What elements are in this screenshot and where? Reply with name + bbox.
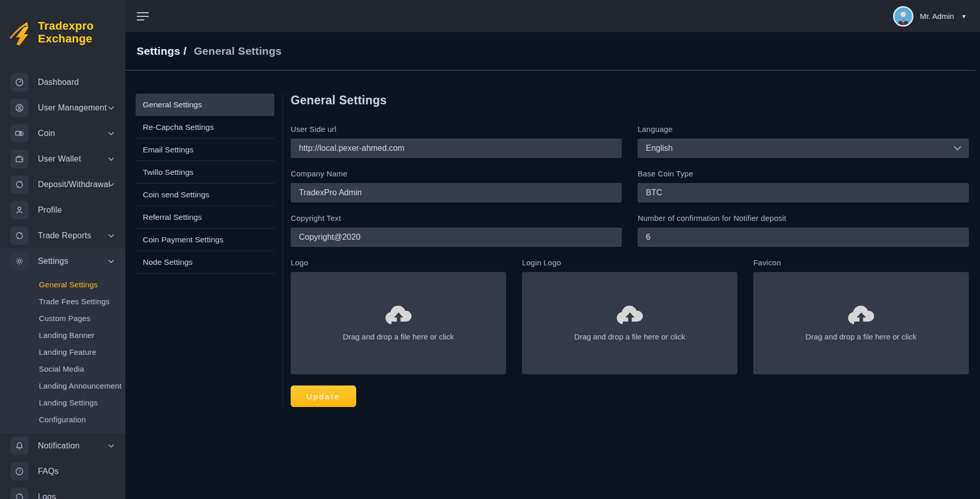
copyright-text-input[interactable] — [291, 228, 622, 247]
login-logo-upload-dropzone[interactable]: Drag and drop a file here or click — [522, 272, 737, 374]
sidebar-item-label: Deposit/Withdrawal — [38, 180, 110, 189]
upload-hint-text: Drag and drop a file here or click — [574, 332, 685, 341]
chevron-down-icon — [108, 183, 114, 187]
sidebar-item-label: Dashboard — [38, 78, 79, 87]
sidebar-item-profile[interactable]: Profile — [0, 197, 125, 223]
sidebar-item-label: Trade Reports — [38, 231, 91, 240]
sidebar-item-label: Logs — [38, 492, 56, 499]
sidebar-item-trade-reports[interactable]: Trade Reports — [0, 223, 125, 248]
brand-logo-icon — [7, 18, 35, 47]
submenu-item-social-media[interactable]: Social Media — [0, 360, 125, 377]
cloud-upload-icon — [384, 306, 413, 325]
submenu-item-landing-announcement[interactable]: Landing Announcement — [0, 377, 125, 394]
subnav-item-general-settings[interactable]: General Settings — [136, 94, 274, 116]
sidebar-item-label: Profile — [38, 206, 62, 215]
company-name-input[interactable] — [291, 183, 622, 202]
submenu-item-custom-pages[interactable]: Custom Pages — [0, 310, 125, 327]
sidebar-item-logs[interactable]: Logs — [0, 484, 125, 499]
breadcrumb-page: General Settings — [194, 45, 282, 57]
sidebar-item-coin[interactable]: Coin — [0, 121, 125, 146]
breadcrumb-section[interactable]: Settings / — [137, 45, 187, 57]
cloud-upload-icon — [847, 306, 876, 325]
dashboard-icon — [15, 78, 24, 87]
sidebar-item-notification[interactable]: Notification — [0, 433, 125, 459]
breadcrumb-bar: Settings / General Settings — [125, 32, 975, 71]
notifier-confirmations-input[interactable] — [638, 228, 969, 247]
main-content: Settings / General Settings General Sett… — [125, 32, 980, 499]
chevron-down-icon — [108, 444, 114, 448]
logo-upload-dropzone[interactable]: Drag and drop a file here or click — [291, 272, 506, 374]
person-icon — [15, 206, 24, 215]
vertical-divider — [282, 94, 283, 407]
general-settings-form: General Settings User Side url Language … — [291, 94, 969, 407]
submenu-item-landing-feature[interactable]: Landing Feature — [0, 344, 125, 360]
base-coin-type-label: Base Coin Type — [638, 169, 969, 178]
chevron-down-icon — [108, 234, 114, 238]
subnav-item-referral-settings[interactable]: Referral Settings — [136, 206, 274, 229]
company-name-label: Company Name — [291, 169, 622, 178]
svg-text:?: ? — [18, 469, 21, 474]
sidebar-item-label: FAQs — [38, 467, 59, 476]
language-selected-value: English — [646, 144, 672, 153]
notifier-confirmations-label: Number of confirmation for Notifier depo… — [638, 214, 969, 222]
subnav-item-email-settings[interactable]: Email Settings — [136, 139, 274, 161]
sidebar-item-user-wallet[interactable]: User Wallet — [0, 146, 125, 172]
subnav-item-twillo-settings[interactable]: Twillo Settings — [136, 161, 274, 184]
chevron-down-icon — [108, 157, 114, 161]
chevron-down-icon — [108, 106, 114, 110]
settings-submenu: General Settings Trade Fees Settings Cus… — [0, 274, 125, 428]
login-logo-upload-label: Login Logo — [522, 258, 737, 267]
sidebar-item-label: Coin — [38, 129, 55, 138]
sidebar-settings-group: Settings General Settings Trade Fees Set… — [0, 248, 125, 433]
user-side-url-input[interactable] — [291, 139, 622, 158]
update-button[interactable]: Update — [291, 385, 356, 407]
swap-arrows-icon — [15, 180, 24, 189]
sidebar-item-deposit-withdrawal[interactable]: Deposit/Withdrawal — [0, 172, 125, 197]
user-name: Mr. Admin — [920, 12, 954, 20]
subnav-item-recapcha-settings[interactable]: Re-Capcha Settings — [136, 116, 274, 139]
swap-arrows-icon — [15, 231, 24, 240]
cloud-upload-icon — [616, 306, 644, 325]
user-group-icon — [15, 103, 24, 112]
submenu-item-landing-settings[interactable]: Landing Settings — [0, 394, 125, 411]
submenu-item-trade-fees-settings[interactable]: Trade Fees Settings — [0, 293, 125, 310]
gear-icon — [15, 257, 24, 266]
upload-hint-text: Drag and drop a file here or click — [805, 332, 917, 341]
base-coin-type-input[interactable] — [638, 183, 969, 202]
question-circle-icon: ? — [15, 467, 24, 476]
sidebar-item-label: User Wallet — [38, 154, 81, 164]
sidebar: Tradexpro Exchange Dashboard User Manage… — [0, 0, 125, 499]
sidebar-item-label: Settings — [38, 257, 68, 266]
topbar: Mr. Admin ▼ — [125, 0, 980, 32]
user-menu[interactable]: Mr. Admin ▼ — [893, 6, 967, 27]
submenu-item-landing-banner[interactable]: Landing Banner — [0, 327, 125, 344]
settings-subnav: General Settings Re-Capcha Settings Emai… — [136, 94, 274, 407]
sidebar-item-dashboard[interactable]: Dashboard — [0, 70, 125, 95]
subnav-item-coin-payment-settings[interactable]: Coin Payment Settings — [136, 229, 274, 251]
submenu-item-configuration[interactable]: Configuration — [0, 411, 125, 428]
chevron-down-icon — [108, 260, 114, 263]
wallet-icon — [15, 154, 24, 164]
language-label: Language — [638, 125, 969, 133]
user-side-url-label: User Side url — [291, 125, 622, 133]
sidebar-item-user-management[interactable]: User Management — [0, 95, 125, 121]
upload-hint-text: Drag and drop a file here or click — [343, 332, 454, 341]
subnav-item-coin-send-settings[interactable]: Coin send Settings — [136, 184, 274, 206]
logo-upload-label: Logo — [291, 258, 506, 267]
page-title: General Settings — [291, 94, 969, 107]
brand-logo[interactable]: Tradexpro Exchange — [0, 0, 125, 70]
sidebar-item-settings[interactable]: Settings — [0, 248, 125, 274]
subnav-item-node-settings[interactable]: Node Settings — [136, 251, 274, 274]
sidebar-item-faqs[interactable]: ? FAQs — [0, 459, 125, 484]
favicon-upload-dropzone[interactable]: Drag and drop a file here or click — [753, 272, 969, 374]
submenu-item-general-settings[interactable]: General Settings — [0, 276, 125, 293]
chevron-down-icon — [108, 132, 114, 135]
favicon-upload-label: Favicon — [753, 258, 969, 267]
brand-name: Tradexpro Exchange — [38, 19, 94, 46]
copyright-text-label: Copyright Text — [291, 214, 622, 222]
hamburger-menu-icon[interactable] — [137, 10, 150, 23]
bell-icon — [15, 441, 24, 450]
language-select[interactable]: English — [638, 139, 969, 158]
breadcrumb: Settings / General Settings — [137, 45, 281, 57]
swap-arrows-icon — [15, 492, 24, 499]
